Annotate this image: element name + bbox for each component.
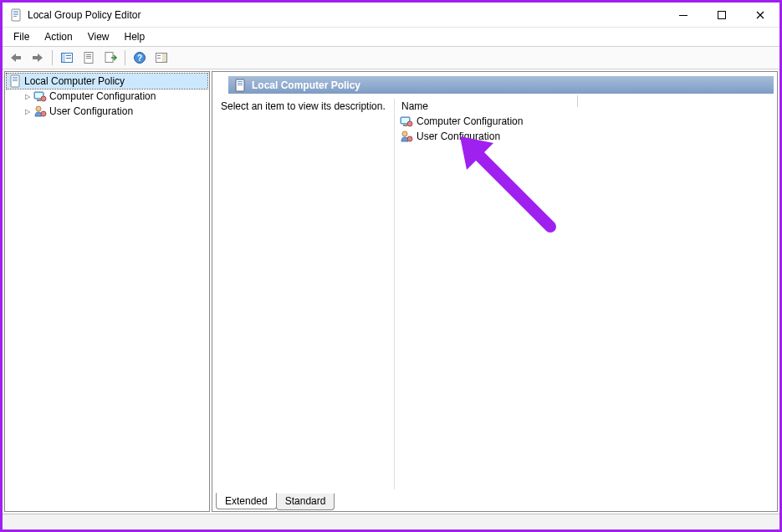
svg-rect-12 [86,54,91,55]
list-item-user-configuration[interactable]: User Configuration [398,129,770,144]
toolbar: ? [3,46,779,69]
back-button[interactable] [6,49,26,67]
close-button[interactable] [741,3,779,28]
svg-rect-6 [718,11,726,18]
svg-rect-10 [66,58,71,59]
svg-point-41 [407,136,412,141]
menu-action[interactable]: Action [37,29,79,44]
list-item-label: User Configuration [417,130,500,142]
statusbar [3,514,779,529]
titlebar: Local Group Policy Editor [3,3,779,28]
svg-rect-34 [238,83,243,84]
tab-strip: Extended Standard [212,493,777,511]
computer-config-icon [33,90,47,103]
svg-rect-24 [13,79,18,79]
detail-header: Local Computer Policy [227,75,774,94]
minimize-button[interactable] [664,3,703,28]
svg-rect-2 [13,13,18,13]
svg-rect-13 [86,56,91,57]
window-title: Local Group Policy Editor [28,9,141,21]
expand-icon[interactable]: ▷ [22,105,33,117]
content-area: Local Computer Policy ▷ Computer Configu… [3,69,779,514]
list-item-label: Computer Configuration [417,115,523,127]
svg-rect-28 [37,100,41,101]
maximize-button[interactable] [703,3,741,28]
description-column: Select an item to view its description. [216,99,395,489]
svg-rect-25 [13,80,18,81]
svg-rect-8 [62,54,65,62]
svg-text:?: ? [137,54,142,63]
svg-rect-4 [13,16,17,17]
list-item-computer-configuration[interactable]: Computer Configuration [398,114,770,129]
show-actions-button[interactable] [151,49,171,67]
tree-item-label: Computer Configuration [49,90,156,102]
svg-point-31 [41,111,46,116]
tree-pane[interactable]: Local Computer Policy ▷ Computer Configu… [4,71,210,512]
column-header-name[interactable]: Name [398,99,770,114]
list-column[interactable]: Name Computer Configuration User Configu… [395,99,774,489]
menu-file[interactable]: File [6,29,37,44]
expand-icon[interactable]: ▷ [22,90,33,102]
show-hide-tree-button[interactable] [57,49,77,67]
detail-pane: Local Computer Policy Select an item to … [212,71,778,512]
user-config-icon [33,105,47,118]
policy-doc-icon [233,79,247,92]
svg-rect-35 [238,84,243,85]
properties-button[interactable] [79,49,99,67]
svg-point-29 [41,96,46,101]
detail-header-title: Local Computer Policy [252,79,360,91]
svg-point-39 [407,121,412,126]
svg-rect-38 [403,125,407,126]
forward-button[interactable] [28,49,48,67]
svg-rect-14 [86,58,91,59]
svg-rect-20 [157,55,161,56]
user-config-icon [400,130,413,143]
tree-item-label: User Configuration [49,105,133,117]
app-policy-icon [9,8,23,22]
window-controls [664,3,779,28]
svg-rect-9 [66,55,71,56]
tree-root-label: Local Computer Policy [24,75,125,87]
tree-root-local-computer-policy[interactable]: Local Computer Policy [7,74,207,89]
toolbar-separator [125,50,125,65]
svg-point-30 [36,106,41,111]
export-list-button[interactable] [100,49,120,67]
computer-config-icon [400,115,413,128]
description-text: Select an item to view its description. [221,100,386,112]
menu-view[interactable]: View [80,29,117,44]
tab-extended[interactable]: Extended [216,493,277,509]
tree-item-computer-configuration[interactable]: ▷ Computer Configuration [7,89,207,104]
toolbar-separator [52,50,53,65]
menu-help[interactable]: Help [117,29,153,44]
svg-point-40 [402,131,407,136]
svg-rect-1 [13,11,18,12]
tree-item-user-configuration[interactable]: ▷ User Configuration [7,104,207,119]
svg-rect-33 [238,81,243,82]
help-button[interactable]: ? [130,49,150,67]
svg-rect-3 [13,14,18,15]
detail-body: Select an item to view its description. … [212,94,777,493]
column-divider[interactable] [577,95,578,107]
svg-rect-19 [162,54,166,62]
policy-doc-icon [8,74,22,88]
menubar: File Action View Help [3,28,779,46]
svg-rect-23 [13,77,18,78]
svg-rect-21 [157,58,161,59]
tab-standard[interactable]: Standard [276,494,335,510]
svg-rect-5 [679,15,687,16]
